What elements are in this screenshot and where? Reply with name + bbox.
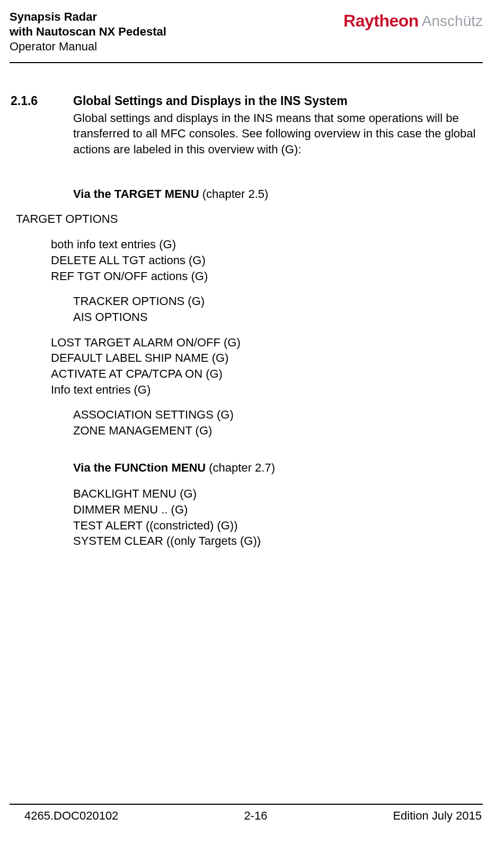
- footer-row: 4265.DOC020102 2-16 Edition July 2015: [10, 808, 483, 824]
- ais-options-item: Info text entries (G): [51, 382, 483, 398]
- footer-page-number: 2-16: [244, 808, 267, 824]
- association-settings-label: ASSOCIATION SETTINGS (G): [73, 407, 483, 423]
- doc-title-line2: with Nautoscan NX Pedestal: [10, 24, 343, 39]
- section-number: 2.1.6: [10, 93, 73, 109]
- header-left: Synapsis Radar with Nautoscan NX Pedesta…: [10, 10, 343, 55]
- section-title: Global Settings and Displays in the INS …: [73, 93, 348, 109]
- target-options-item: REF TGT ON/OFF actions (G): [51, 268, 483, 284]
- target-options-item: DELETE ALL TGT actions (G): [51, 253, 483, 268]
- page-header: Synapsis Radar with Nautoscan NX Pedesta…: [10, 10, 483, 59]
- zone-management-label: ZONE MANAGEMENT (G): [73, 423, 483, 439]
- target-menu-label-tail: (chapter 2.5): [199, 187, 269, 201]
- tracker-options-label: TRACKER OPTIONS (G): [73, 293, 483, 309]
- target-menu-label-bold: Via the TARGET MENU: [73, 187, 199, 201]
- target-menu-heading: Via the TARGET MENU (chapter 2.5): [73, 186, 483, 202]
- doc-title-line1: Synapsis Radar: [10, 10, 343, 24]
- function-menu-item: DIMMER MENU .. (G): [73, 502, 483, 518]
- function-menu-label-tail: (chapter 2.7): [206, 461, 275, 474]
- ais-options-item: ACTIVATE AT CPA/TCPA ON (G): [51, 366, 483, 382]
- content-area: 2.1.6 Global Settings and Displays in th…: [10, 63, 483, 804]
- brand-logo: Raytheon Anschütz: [343, 10, 483, 32]
- footer-divider: [10, 804, 483, 805]
- section-heading-row: 2.1.6 Global Settings and Displays in th…: [10, 93, 483, 109]
- document-page: Synapsis Radar with Nautoscan NX Pedesta…: [0, 0, 504, 844]
- function-menu-item: TEST ALERT ((constricted) (G)): [73, 518, 483, 534]
- function-menu-label-bold: Via the FUNCtion MENU: [73, 461, 206, 474]
- brand-raytheon-logo: Raytheon: [343, 10, 419, 32]
- function-menu-heading: Via the FUNCtion MENU (chapter 2.7): [73, 460, 483, 476]
- ais-options-item: DEFAULT LABEL SHIP NAME (G): [51, 350, 483, 366]
- page-footer: 4265.DOC020102 2-16 Edition July 2015: [10, 804, 483, 844]
- ais-options-item: LOST TARGET ALARM ON/OFF (G): [51, 335, 483, 351]
- target-options-label: TARGET OPTIONS: [16, 211, 483, 227]
- function-menu-item: BACKLIGHT MENU (G): [73, 486, 483, 502]
- ais-options-label: AIS OPTIONS: [73, 309, 483, 325]
- section-intro: Global settings and displays in the INS …: [73, 110, 483, 158]
- target-options-item: both info text entries (G): [51, 237, 483, 253]
- doc-title-line3: Operator Manual: [10, 39, 343, 55]
- brand-anschutz-logo: Anschütz: [422, 11, 483, 31]
- footer-edition: Edition July 2015: [393, 808, 482, 824]
- function-menu-item: SYSTEM CLEAR ((only Targets (G)): [73, 533, 483, 549]
- footer-doc-id: 4265.DOC020102: [24, 808, 118, 824]
